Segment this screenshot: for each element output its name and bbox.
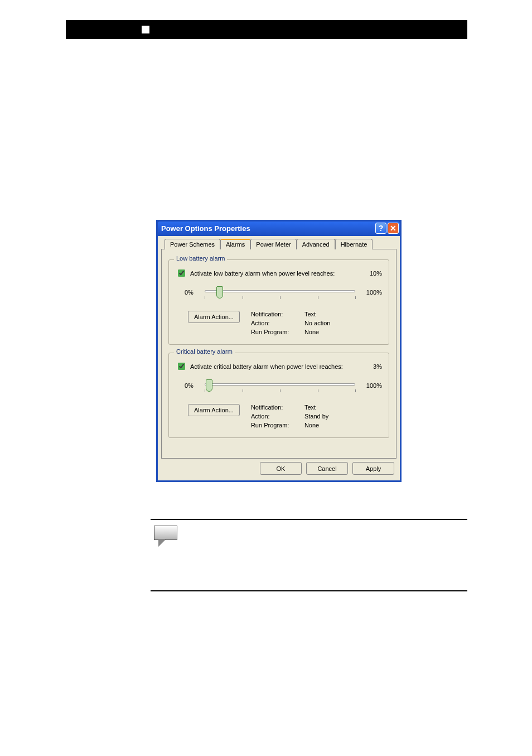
header-square-icon [142, 26, 149, 33]
low-battery-checkbox-row[interactable]: Activate low battery alarm when power le… [176, 268, 335, 278]
critical-battery-group: Critical battery alarm Activate critical… [168, 353, 389, 438]
critical-action-label: Action: [251, 413, 301, 420]
low-slider-min-label: 0% [185, 289, 199, 296]
critical-battery-group-title: Critical battery alarm [174, 348, 235, 355]
tab-hibernate[interactable]: Hibernate [335, 239, 373, 249]
critical-battery-checkbox-row[interactable]: Activate critical battery alarm when pow… [176, 361, 343, 372]
low-battery-group-title: Low battery alarm [174, 255, 227, 262]
titlebar[interactable]: Power Options Properties ? ✕ [158, 221, 400, 236]
low-run-value: None [304, 329, 360, 335]
tab-alarms[interactable]: Alarms [220, 239, 250, 249]
speech-bubble-icon [154, 526, 177, 545]
low-action-value: No action [304, 320, 360, 326]
close-icon: ✕ [390, 221, 396, 235]
low-battery-checkbox[interactable] [178, 269, 185, 277]
tab-power-schemes[interactable]: Power Schemes [165, 239, 220, 249]
low-battery-value: 10% [370, 270, 382, 277]
power-options-dialog: Power Options Properties ? ✕ Power Schem… [156, 220, 402, 482]
critical-notification-label: Notification: [251, 404, 301, 411]
critical-battery-checkbox-label: Activate critical battery alarm when pow… [190, 363, 343, 370]
help-icon: ? [379, 221, 384, 235]
critical-notification-value: Text [304, 404, 360, 411]
low-battery-checkbox-label: Activate low battery alarm when power le… [190, 270, 335, 277]
low-action-label: Action: [251, 320, 301, 326]
tab-strip: Power Schemes Alarms Power Meter Advance… [165, 239, 396, 249]
ok-button[interactable]: OK [260, 462, 302, 475]
low-alarm-action-button[interactable]: Alarm Action... [188, 311, 240, 323]
critical-battery-checkbox[interactable] [178, 363, 185, 370]
note-block [151, 519, 467, 591]
critical-slider-min-label: 0% [185, 382, 199, 389]
critical-alarm-details: Notification: Text Action: Stand by Run … [251, 404, 360, 428]
tab-power-meter[interactable]: Power Meter [250, 239, 296, 249]
close-button[interactable]: ✕ [388, 223, 399, 234]
critical-run-label: Run Program: [251, 422, 301, 428]
low-battery-slider[interactable] [205, 286, 355, 298]
low-run-label: Run Program: [251, 329, 301, 335]
low-notification-value: Text [304, 311, 360, 317]
page-header-bar [66, 20, 467, 39]
dialog-button-row: OK Cancel Apply [161, 462, 396, 475]
critical-battery-slider[interactable] [205, 379, 355, 392]
low-battery-group: Low battery alarm Activate low battery a… [168, 259, 389, 345]
low-slider-max-label: 100% [361, 289, 382, 296]
tab-advanced[interactable]: Advanced [297, 239, 335, 249]
critical-slider-max-label: 100% [361, 382, 382, 389]
critical-run-value: None [304, 422, 360, 428]
dialog-title: Power Options Properties [161, 224, 250, 233]
tab-content: Low battery alarm Activate low battery a… [161, 249, 396, 459]
critical-action-value: Stand by [304, 413, 360, 420]
apply-button[interactable]: Apply [352, 462, 394, 475]
low-notification-label: Notification: [251, 311, 301, 317]
low-alarm-details: Notification: Text Action: No action Run… [251, 311, 360, 335]
cancel-button[interactable]: Cancel [306, 462, 348, 475]
critical-battery-value: 3% [373, 363, 382, 370]
critical-alarm-action-button[interactable]: Alarm Action... [188, 404, 240, 416]
help-button[interactable]: ? [375, 223, 386, 234]
